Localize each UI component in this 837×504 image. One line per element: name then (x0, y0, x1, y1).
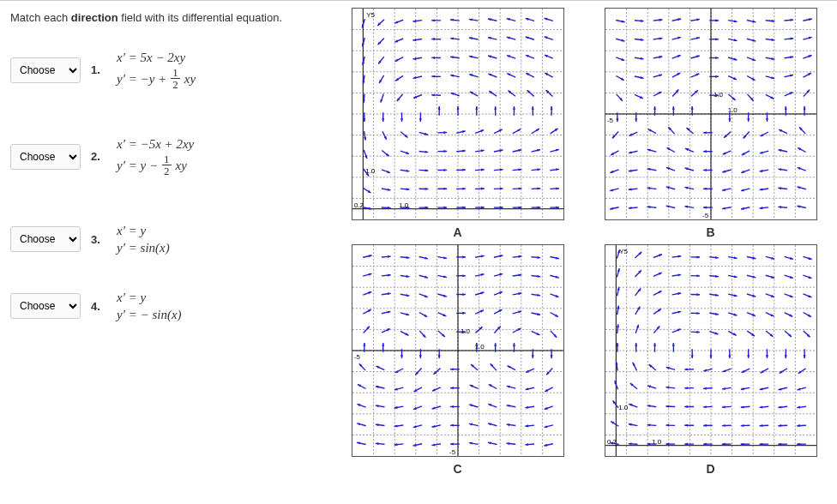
svg-marker-1019 (789, 276, 792, 279)
svg-marker-999 (770, 295, 774, 297)
svg-marker-167 (475, 106, 478, 110)
svg-marker-475 (765, 118, 768, 122)
svg-text:Y5: Y5 (619, 248, 628, 255)
svg-marker-969 (721, 424, 725, 427)
svg-marker-979 (751, 314, 755, 316)
svg-marker-683 (450, 443, 454, 446)
svg-marker-513 (808, 55, 811, 57)
svg-marker-153 (462, 188, 466, 190)
svg-marker-175 (481, 188, 485, 190)
svg-marker-907 (696, 255, 700, 258)
svg-marker-383 (695, 56, 699, 58)
svg-marker-873 (653, 343, 655, 346)
question-row: Choose 2. x′ = −5x + 2xy y′ = y − 1 2 xy (10, 135, 328, 178)
svg-marker-961 (728, 355, 731, 358)
svg-marker-39 (364, 155, 367, 159)
svg-marker-957 (733, 313, 737, 315)
svg-marker-425 (733, 58, 737, 61)
direction-field-plot: Y50.21.01.0 (605, 244, 817, 457)
choose-select[interactable]: Choose (10, 226, 81, 252)
svg-marker-857 (629, 404, 632, 406)
svg-marker-375 (665, 186, 669, 189)
svg-marker-1039 (808, 257, 811, 260)
svg-marker-101 (418, 118, 421, 122)
plot-svg: -5-51.01.0 (352, 245, 563, 456)
equation-y: y′ = −y + 1 2 xy (117, 67, 196, 90)
svg-marker-415 (703, 169, 707, 171)
svg-marker-677 (450, 387, 454, 389)
svg-marker-851 (635, 343, 637, 346)
svg-marker-419 (703, 207, 707, 209)
svg-marker-915 (696, 331, 700, 333)
svg-marker-373 (665, 167, 669, 170)
svg-marker-717 (494, 343, 497, 346)
svg-marker-893 (677, 329, 680, 332)
svg-marker-143 (450, 93, 454, 95)
svg-marker-659 (431, 406, 435, 409)
svg-marker-637 (412, 407, 416, 410)
svg-marker-861 (628, 442, 631, 445)
svg-marker-57 (382, 118, 384, 122)
svg-marker-133 (443, 207, 447, 209)
svg-marker-79 (400, 118, 402, 122)
svg-marker-945 (703, 405, 707, 408)
svg-marker-723 (488, 404, 491, 406)
svg-marker-249 (544, 55, 547, 57)
svg-marker-863 (658, 255, 661, 257)
svg-marker-675 (450, 368, 454, 370)
svg-marker-431 (728, 118, 731, 122)
svg-marker-405 (715, 57, 719, 59)
svg-marker-967 (721, 405, 725, 408)
svg-marker-709 (499, 273, 503, 276)
svg-marker-911 (696, 293, 700, 296)
svg-marker-117 (431, 57, 435, 59)
svg-marker-977 (752, 295, 756, 297)
choose-select[interactable]: Choose (10, 57, 81, 83)
question-number: 3. (91, 233, 106, 246)
svg-marker-189 (494, 106, 497, 110)
plot-cell: Y50.21.01.0 D (594, 244, 827, 476)
svg-marker-87 (406, 188, 409, 190)
fraction: 1 2 (171, 67, 180, 90)
svg-marker-107 (425, 169, 428, 171)
svg-marker-681 (450, 424, 454, 427)
direction-field-plot: -5-51.01.0 (352, 244, 564, 457)
svg-marker-183 (488, 56, 491, 58)
svg-marker-917 (690, 355, 693, 358)
svg-marker-789 (544, 407, 547, 410)
svg-marker-169 (480, 130, 484, 133)
svg-marker-163 (469, 74, 473, 76)
choose-select[interactable]: Choose (10, 293, 81, 319)
plot-label: A (453, 225, 461, 239)
svg-marker-35 (363, 118, 365, 122)
svg-text:-5: -5 (449, 448, 456, 456)
equation-x: x′ = y (117, 290, 184, 305)
direction-field-plot: Y50.21.01.0 (352, 8, 564, 220)
svg-marker-667 (462, 274, 466, 277)
svg-marker-565 (363, 343, 365, 346)
choose-select[interactable]: Choose (10, 144, 81, 170)
svg-marker-115 (431, 38, 435, 40)
svg-marker-849 (635, 325, 638, 328)
svg-marker-155 (462, 207, 466, 209)
svg-marker-1035 (778, 424, 781, 427)
svg-marker-395 (684, 168, 688, 171)
svg-marker-525 (797, 167, 800, 170)
svg-marker-459 (741, 171, 744, 173)
plot-label: D (706, 462, 714, 476)
svg-marker-109 (425, 188, 428, 190)
svg-marker-361 (677, 55, 680, 57)
svg-marker-55 (380, 99, 382, 103)
svg-marker-829 (616, 343, 618, 346)
svg-marker-653 (437, 355, 440, 358)
svg-marker-895 (671, 343, 674, 346)
svg-marker-403 (715, 38, 719, 40)
svg-marker-761 (531, 355, 533, 358)
svg-marker-1017 (789, 257, 792, 260)
svg-marker-983 (747, 355, 750, 358)
svg-text:Y5: Y5 (366, 11, 375, 19)
question-row: Choose 3. x′ = y y′ = sin(x) (10, 221, 328, 257)
plot-label: B (706, 225, 714, 239)
svg-marker-725 (488, 423, 491, 425)
svg-marker-121 (431, 93, 435, 96)
